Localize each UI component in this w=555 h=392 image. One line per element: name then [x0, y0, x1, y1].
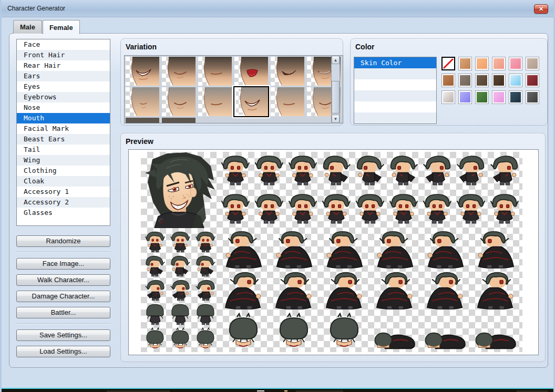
color-list-row-empty[interactable] — [354, 79, 436, 90]
category-item-eyebrows[interactable]: Eyebrows — [17, 92, 110, 102]
variation-tile-2[interactable] — [162, 57, 196, 86]
window-close-button[interactable]: ✕ — [534, 4, 548, 14]
color-swatch-11[interactable] — [509, 74, 522, 87]
variation-tile-7[interactable] — [126, 87, 159, 116]
category-item-ears[interactable]: Ears — [17, 71, 110, 81]
category-item-beast-ears[interactable]: Beast Ears — [17, 134, 110, 145]
preview-sprite — [169, 327, 191, 350]
preview-sprite — [221, 313, 266, 350]
preview-sprite — [389, 192, 418, 226]
color-swatch-2[interactable] — [458, 57, 472, 70]
variation-label: Variation — [126, 43, 157, 51]
preview-sprite — [169, 279, 191, 302]
color-swatch-12[interactable] — [526, 74, 539, 87]
preview-sprite — [221, 154, 250, 188]
preview-canvas — [141, 152, 522, 352]
category-list[interactable]: FaceFront HairRear HairEarsEyesEyebrowsN… — [16, 39, 110, 226]
load-settings-button[interactable]: Load Settings... — [16, 346, 110, 357]
scrollbar-thumb[interactable] — [332, 81, 340, 114]
category-item-accessory-1[interactable]: Accessory 1 — [17, 187, 110, 197]
damage-character-button[interactable]: Damage Character... — [16, 291, 110, 302]
color-swatch-9[interactable] — [475, 74, 489, 87]
scroll-down-button[interactable]: ▼ — [332, 115, 340, 123]
color-list-row-empty[interactable] — [354, 101, 436, 112]
preview-sprite — [169, 255, 191, 278]
preview-sprite — [144, 303, 166, 326]
walk-character-button[interactable]: Walk Character... — [16, 274, 110, 286]
color-swatch-6[interactable] — [526, 57, 539, 70]
randomize-button[interactable]: Randomize — [16, 235, 110, 247]
color-list-row-empty[interactable] — [354, 90, 436, 101]
variation-tile-9[interactable] — [198, 87, 232, 116]
color-swatch-3[interactable] — [475, 57, 489, 70]
category-item-glasses[interactable]: Glasses — [17, 208, 110, 218]
color-swatch-16[interactable] — [492, 90, 506, 104]
preview-sprite — [423, 192, 452, 226]
color-swatch-8[interactable] — [458, 74, 472, 87]
color-swatch-5[interactable] — [509, 57, 522, 70]
variation-tile-partial — [126, 118, 159, 123]
character-generator-window: Character Generator ✕ MaleFemale FaceFro… — [0, 0, 555, 392]
titlebar[interactable]: Character Generator ✕ — [2, 0, 553, 17]
face-image-button[interactable]: Face Image... — [16, 258, 110, 270]
category-item-eyes[interactable]: Eyes — [17, 81, 110, 92]
category-item-facial-mark[interactable]: Facial Mark — [17, 123, 110, 134]
category-item-accessory-2[interactable]: Accessory 2 — [17, 197, 110, 208]
preview-sprite — [355, 154, 385, 188]
variation-tile-8[interactable] — [162, 87, 196, 116]
color-target-list[interactable]: Skin Color — [354, 57, 437, 124]
preview-sprite — [322, 231, 367, 269]
variation-grid[interactable] — [124, 55, 343, 123]
category-item-clothing[interactable]: Clothing — [17, 166, 110, 176]
variation-scrollbar[interactable]: ▲ ▼ — [331, 55, 340, 123]
preview-sprite — [271, 313, 316, 350]
preview-sprite — [194, 327, 217, 350]
category-item-wing[interactable]: Wing — [17, 155, 110, 166]
color-swatch-17[interactable] — [509, 90, 522, 104]
preview-sprite — [254, 154, 284, 188]
color-swatch-7[interactable] — [441, 74, 455, 87]
color-list-row-empty[interactable] — [354, 112, 436, 123]
variation-group: Variation ▲ ▼ — [120, 38, 343, 126]
battler-button[interactable]: Battler... — [16, 307, 110, 318]
preview-sprite — [322, 313, 367, 350]
preview-sprite — [473, 272, 518, 310]
category-item-tail[interactable]: Tail — [17, 145, 110, 155]
color-list-row-empty[interactable] — [354, 68, 436, 79]
color-swatch-15[interactable] — [475, 90, 489, 104]
color-swatch-13[interactable] — [441, 90, 455, 104]
variation-tile-5[interactable] — [271, 57, 304, 86]
variation-tile-partial — [162, 118, 196, 123]
variation-tile-10[interactable] — [234, 87, 268, 116]
category-item-face[interactable]: Face — [17, 39, 110, 50]
tab-page-female: FaceFront HairRear HairEarsEyesEyebrowsN… — [9, 33, 548, 368]
category-item-mouth[interactable]: Mouth — [17, 113, 110, 123]
preview-sprite — [490, 192, 519, 226]
preview-sprite — [271, 272, 316, 310]
category-item-front-hair[interactable]: Front Hair — [17, 50, 110, 60]
save-settings-button[interactable]: Save Settings... — [16, 329, 110, 341]
tab-male[interactable]: Male — [13, 20, 42, 34]
window-title: Character Generator — [7, 5, 65, 12]
tab-female[interactable]: Female — [43, 20, 80, 34]
variation-tile-3[interactable] — [198, 57, 232, 86]
variation-tile-4[interactable] — [234, 57, 268, 86]
category-item-nose[interactable]: Nose — [17, 102, 110, 113]
preview-sprite — [355, 192, 385, 226]
preview-sprite — [423, 231, 468, 269]
color-swatch-4[interactable] — [492, 57, 506, 70]
preview-sprite — [473, 231, 518, 269]
preview-sprite — [221, 192, 250, 226]
preview-sprite — [169, 231, 191, 254]
category-item-cloak[interactable]: Cloak — [17, 176, 110, 187]
color-swatch-18[interactable] — [526, 90, 539, 104]
color-swatch-14[interactable] — [458, 90, 472, 104]
preview-sprite — [144, 279, 166, 302]
variation-tile-1[interactable] — [126, 57, 159, 86]
swatch-none-selected[interactable] — [441, 57, 455, 70]
scroll-up-button[interactable]: ▲ — [332, 56, 340, 64]
color-list-item-skin-color[interactable]: Skin Color — [354, 57, 436, 68]
variation-tile-11[interactable] — [271, 87, 304, 116]
color-swatch-10[interactable] — [492, 74, 506, 87]
category-item-rear-hair[interactable]: Rear Hair — [17, 60, 110, 71]
